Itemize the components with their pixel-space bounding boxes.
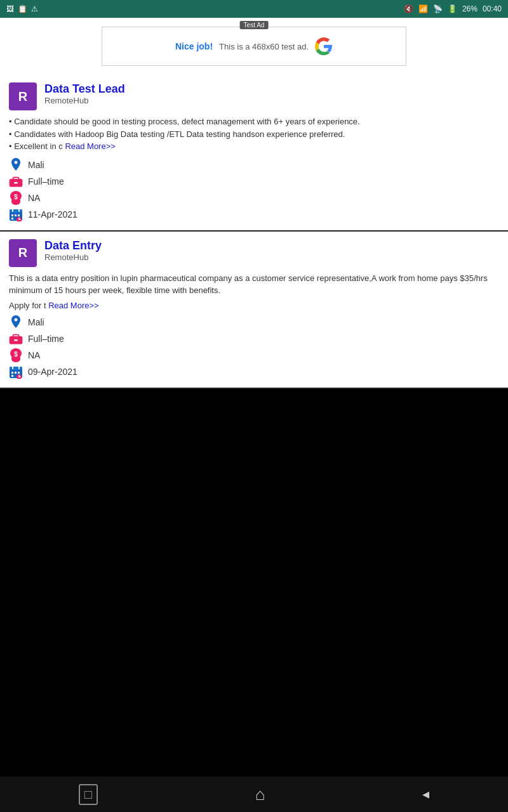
svg-rect-27 xyxy=(18,372,20,374)
status-icons-right: 🔇 📶 📡 🔋 26% 00:40 xyxy=(404,4,502,13)
svg-text:$: $ xyxy=(14,351,18,358)
ad-label: Test Ad xyxy=(240,21,269,29)
svg-rect-25 xyxy=(11,372,13,374)
svg-rect-10 xyxy=(15,214,17,216)
svg-rect-2 xyxy=(14,181,17,183)
job-avatar-2: R xyxy=(9,239,37,267)
location-text-2: Mali xyxy=(28,317,44,327)
location-text-1: Mali xyxy=(28,160,44,170)
svg-rect-22 xyxy=(10,367,22,370)
read-more-2[interactable]: Read More>> xyxy=(48,301,99,310)
meta-salary-2: $ NA xyxy=(9,348,499,362)
svg-rect-6 xyxy=(10,209,22,213)
location-icon-2 xyxy=(9,315,23,329)
svg-rect-18 xyxy=(14,339,17,341)
back-button[interactable]: ◂ xyxy=(422,786,429,802)
job-company-2: RemoteHub xyxy=(44,252,102,262)
svg-rect-26 xyxy=(15,372,17,374)
svg-rect-28 xyxy=(11,375,13,377)
status-icons-left: 🖼 📋 ⚠ xyxy=(6,4,38,13)
meta-location-1: Mali xyxy=(9,158,499,172)
meta-location-2: Mali xyxy=(9,315,499,329)
black-fill xyxy=(0,389,508,757)
job-meta-2: Mali Full–time $ xyxy=(9,315,499,379)
job-company-1: RemoteHub xyxy=(44,96,125,105)
nav-bar: □ ⌂ ◂ xyxy=(0,776,508,812)
meta-salary-1: $ NA xyxy=(9,191,499,205)
date-text-2: 09-Apr-2021 xyxy=(28,367,77,377)
apply-text-2: Apply for t Read More>> xyxy=(9,301,499,310)
volume-icon: 🔇 xyxy=(404,4,413,13)
job-description-1: • Candidate should be good in testing pr… xyxy=(9,115,499,153)
svg-rect-12 xyxy=(11,218,13,219)
ad-content: Nice job! This is a 468x60 test ad. xyxy=(175,37,333,55)
date-text-1: 11-Apr-2021 xyxy=(28,209,77,219)
salary-icon-2: $ xyxy=(9,348,23,362)
gallery-icon: 🖼 xyxy=(6,4,14,13)
date-icon-1 xyxy=(9,207,23,221)
svg-rect-9 xyxy=(11,214,13,216)
svg-text:$: $ xyxy=(14,193,18,200)
job-meta-1: Mali Full–time $ xyxy=(9,158,499,221)
job-description-2: This is a data entry position in lupin p… xyxy=(9,272,499,297)
sim-icon: 📋 xyxy=(18,4,27,13)
svg-rect-17 xyxy=(13,334,19,337)
battery-percent: 26% xyxy=(462,4,478,13)
briefcase-icon-2 xyxy=(9,332,23,346)
meta-jobtype-1: Full–time xyxy=(9,174,499,188)
battery-icon: 🔋 xyxy=(448,4,457,13)
salary-text-2: NA xyxy=(28,350,40,360)
job-title-block-1: Data Test Lead RemoteHub xyxy=(44,82,125,105)
ad-text: This is a 468x60 test ad. xyxy=(219,42,309,51)
status-bar: 🖼 📋 ⚠ 🔇 📶 📡 🔋 26% 00:40 xyxy=(0,0,508,18)
job-header-1: R Data Test Lead RemoteHub xyxy=(9,82,499,110)
job-title-1[interactable]: Data Test Lead xyxy=(44,82,125,96)
meta-date-1: 11-Apr-2021 xyxy=(9,207,499,221)
svg-rect-11 xyxy=(18,214,20,216)
read-more-1[interactable]: Read More>> xyxy=(65,141,116,151)
briefcase-icon-1 xyxy=(9,174,23,188)
salary-icon-1: $ xyxy=(9,191,23,205)
date-icon-2 xyxy=(9,365,23,379)
svg-rect-1 xyxy=(13,177,19,180)
home-button[interactable]: ⌂ xyxy=(255,785,265,804)
salary-text-1: NA xyxy=(28,193,40,203)
job-title-2[interactable]: Data Entry xyxy=(44,239,102,252)
content-area: R Data Test Lead RemoteHub • Candidate s… xyxy=(0,75,508,389)
job-card-2: R Data Entry RemoteHub This is a data en… xyxy=(0,232,508,389)
location-icon-1 xyxy=(9,158,23,172)
job-card-1: R Data Test Lead RemoteHub • Candidate s… xyxy=(0,75,508,232)
job-title-block-2: Data Entry RemoteHub xyxy=(44,239,102,262)
clock: 00:40 xyxy=(483,4,502,13)
jobtype-text-1: Full–time xyxy=(28,176,64,187)
meta-jobtype-2: Full–time xyxy=(9,332,499,346)
job-avatar-1: R xyxy=(9,82,37,110)
jobtype-text-2: Full–time xyxy=(28,334,64,344)
wifi-icon: 📶 xyxy=(418,4,428,13)
meta-date-2: 09-Apr-2021 xyxy=(9,365,499,379)
alert-icon: ⚠ xyxy=(31,4,38,13)
recent-apps-button[interactable]: □ xyxy=(79,784,98,805)
ad-nice-job: Nice job! xyxy=(175,41,213,51)
ad-banner[interactable]: Test Ad Nice job! This is a 468x60 test … xyxy=(102,27,406,66)
job-header-2: R Data Entry RemoteHub xyxy=(9,239,499,267)
ad-logo-icon xyxy=(315,37,333,55)
signal-icon: 📡 xyxy=(433,4,443,13)
